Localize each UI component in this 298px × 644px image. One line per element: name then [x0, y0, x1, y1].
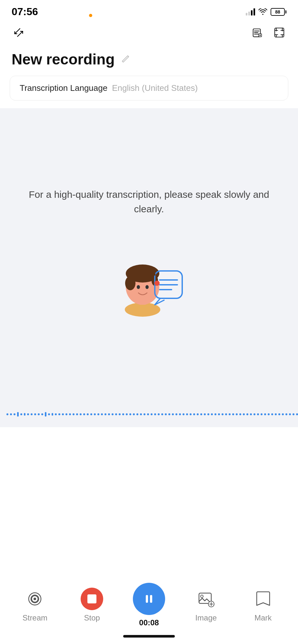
pause-icon — [142, 591, 156, 606]
bottom-nav: Stream Stop 00:08 — [0, 576, 298, 644]
mark-icon — [256, 591, 271, 607]
language-value: English (United States) — [112, 83, 198, 93]
waveform — [0, 405, 298, 424]
image-icon-wrap — [195, 588, 217, 610]
top-bar — [0, 21, 298, 44]
notification-dot — [89, 14, 92, 17]
image-button[interactable]: Image — [187, 588, 225, 622]
top-bar-right — [250, 25, 286, 40]
waveform-container — [0, 398, 298, 427]
image-label: Image — [195, 613, 217, 622]
expand-button[interactable] — [272, 25, 286, 40]
stop-button[interactable]: Stop — [73, 588, 111, 622]
language-selector[interactable]: Transcription Language English (United S… — [10, 76, 288, 101]
stream-icon — [26, 591, 43, 607]
stream-button[interactable]: Stream — [15, 588, 54, 622]
svg-point-29 — [137, 285, 140, 289]
pause-circle[interactable] — [133, 583, 165, 615]
svg-point-30 — [145, 285, 149, 289]
status-bar: 07:56 88 — [0, 0, 298, 21]
svg-point-35 — [154, 281, 160, 286]
illustration — [107, 235, 191, 319]
svg-point-27 — [125, 276, 135, 290]
stream-icon-wrap — [24, 588, 46, 610]
mark-icon-wrap — [252, 588, 274, 610]
pause-button[interactable]: 00:08 — [130, 583, 168, 627]
title-row: New recording — [0, 44, 298, 76]
notepad-button[interactable] — [250, 25, 264, 40]
status-time: 07:56 — [12, 6, 38, 18]
main-content: For a high-quality transcription, please… — [0, 108, 298, 398]
battery-icon: 88 — [271, 8, 286, 16]
svg-point-37 — [34, 598, 36, 600]
wifi-icon — [258, 8, 267, 15]
stream-label: Stream — [23, 613, 47, 622]
status-icons: 88 — [246, 8, 286, 16]
home-indicator — [123, 635, 175, 638]
stop-icon-wrap — [81, 588, 103, 610]
svg-rect-39 — [150, 595, 152, 603]
edit-icon[interactable] — [121, 53, 132, 66]
nav-items: Stream Stop 00:08 — [0, 576, 298, 630]
svg-rect-38 — [146, 595, 148, 603]
svg-point-41 — [201, 595, 203, 598]
stop-square — [87, 594, 96, 603]
mark-label: Mark — [254, 613, 272, 622]
stop-circle — [81, 588, 103, 610]
svg-line-0 — [15, 29, 20, 34]
image-icon — [198, 591, 214, 607]
mark-button[interactable]: Mark — [244, 588, 283, 622]
svg-line-3 — [17, 31, 23, 36]
page-title: New recording — [12, 51, 115, 68]
timer-label: 00:08 — [139, 618, 159, 627]
signal-icon — [246, 8, 255, 15]
collapse-button[interactable] — [12, 25, 26, 40]
language-label: Transcription Language — [20, 83, 107, 93]
stop-label: Stop — [84, 613, 100, 622]
hint-text: For a high-quality transcription, please… — [13, 187, 285, 216]
